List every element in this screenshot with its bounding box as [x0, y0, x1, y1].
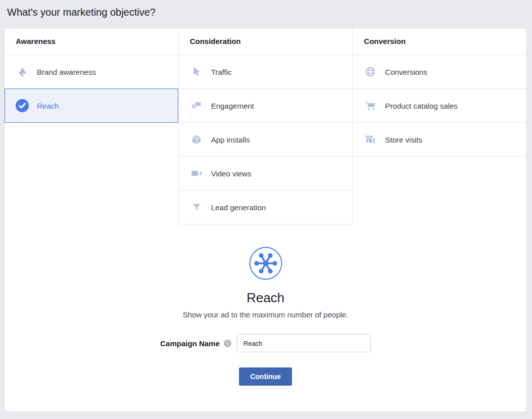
- objective-label: App installs: [211, 135, 250, 144]
- info-icon[interactable]: [224, 340, 231, 347]
- cursor-icon: [190, 65, 203, 78]
- cube-icon: [190, 133, 203, 146]
- column-header-conversion: Conversion: [353, 28, 526, 55]
- objective-label: Reach: [37, 102, 59, 110]
- objective-row-product-catalog-sales[interactable]: Product catalog sales: [353, 89, 526, 123]
- campaign-name-label: Campaign Name: [160, 339, 220, 348]
- objective-label: Video views: [211, 169, 252, 178]
- objective-label: Engagement: [211, 102, 254, 110]
- objective-label: Product catalog sales: [385, 102, 457, 110]
- reach-hub-icon: [249, 247, 282, 280]
- funnel-icon: [190, 201, 203, 214]
- objective-row-app-installs[interactable]: App installs: [179, 123, 353, 157]
- objective-row-brand-awareness[interactable]: Brand awareness: [5, 55, 178, 89]
- objective-row-conversions[interactable]: Conversions: [353, 55, 526, 89]
- objective-card: Awareness Brand awareness Reach Consider…: [4, 28, 527, 412]
- campaign-name-row: Campaign Name: [5, 334, 526, 352]
- objective-row-reach[interactable]: Reach: [5, 88, 178, 123]
- check-circle-icon: [16, 99, 29, 112]
- objective-label: Store visits: [385, 135, 422, 144]
- column-header-consideration: Consideration: [179, 28, 353, 55]
- objective-row-engagement[interactable]: Engagement: [179, 89, 353, 123]
- objective-grid: Awareness Brand awareness Reach Consider…: [5, 28, 526, 224]
- objective-row-lead-generation[interactable]: Lead generation: [179, 191, 353, 224]
- video-camera-icon: [190, 167, 203, 180]
- objective-row-traffic[interactable]: Traffic: [179, 55, 353, 89]
- megaphone-icon: [16, 65, 29, 78]
- campaign-name-input[interactable]: [237, 334, 371, 352]
- cart-icon: [364, 99, 377, 112]
- column-awareness: Awareness Brand awareness Reach: [5, 28, 179, 224]
- column-conversion: Conversion Conversions Product catalog s…: [353, 28, 526, 224]
- chat-bubbles-icon: [190, 99, 203, 112]
- page-title: What's your marketing objective?: [0, 0, 532, 28]
- objective-label: Conversions: [385, 68, 427, 76]
- objective-label: Brand awareness: [37, 68, 96, 76]
- selected-objective-description: Show your ad to the maximum number of pe…: [5, 310, 526, 319]
- continue-button[interactable]: Continue: [239, 367, 292, 386]
- objective-label: Lead generation: [211, 203, 266, 212]
- objective-row-store-visits[interactable]: Store visits: [353, 123, 526, 157]
- objective-label: Traffic: [211, 68, 232, 76]
- globe-icon: [364, 65, 377, 78]
- selected-objective-detail: Reach Show your ad to the maximum number…: [5, 224, 526, 386]
- objective-row-video-views[interactable]: Video views: [179, 157, 353, 191]
- selected-objective-title: Reach: [5, 290, 526, 306]
- storefront-icon: [364, 133, 377, 146]
- column-header-awareness: Awareness: [5, 28, 178, 55]
- column-consideration: Consideration Traffic Engagement App ins…: [179, 28, 353, 224]
